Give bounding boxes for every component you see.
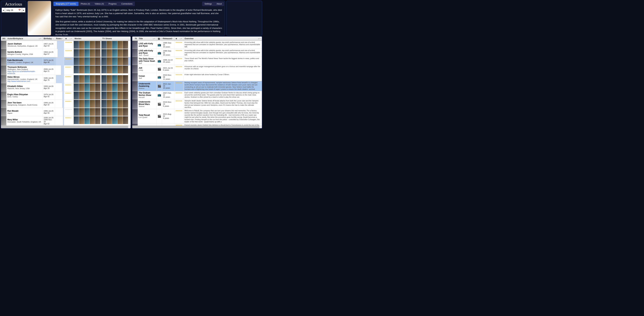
- tv-poster[interactable]: [118, 41, 123, 49]
- movie-poster[interactable]: [90, 108, 95, 116]
- tv-poster[interactable]: [112, 49, 117, 57]
- movie-poster[interactable]: [84, 92, 90, 99]
- movie-poster[interactable]: [90, 41, 95, 49]
- actor-row[interactable]: Jeon Yeo-beenGangneung, Gangwon, South K…: [1, 100, 130, 108]
- movie-poster[interactable]: [79, 58, 84, 65]
- tv-poster[interactable]: [107, 49, 112, 57]
- actor-row[interactable]: Sandra BullockArlington County, Virginia…: [1, 49, 130, 57]
- movie-poster[interactable]: [74, 108, 79, 116]
- movie-poster[interactable]: [84, 66, 90, 73]
- tv-poster[interactable]: [118, 108, 123, 116]
- tv-poster[interactable]: [112, 66, 117, 73]
- col-title[interactable]: Title▲▼: [138, 36, 157, 40]
- movie-poster[interactable]: [84, 100, 90, 108]
- movie-poster[interactable]: [90, 66, 95, 73]
- col-movies[interactable]: Movies: [74, 36, 101, 40]
- movie-poster[interactable]: [90, 100, 95, 108]
- movie-poster[interactable]: [79, 41, 84, 49]
- title-row[interactable]: ConanSelf📺2010-Nov-0811 years★★★★★A late…: [132, 73, 262, 81]
- tv-poster[interactable]: [118, 49, 123, 57]
- tv-poster[interactable]: [102, 58, 106, 65]
- tv-poster[interactable]: [123, 75, 128, 83]
- tv-poster[interactable]: [102, 116, 106, 124]
- tv-poster[interactable]: [123, 49, 128, 57]
- movie-poster[interactable]: [79, 108, 84, 116]
- tab-about[interactable]: About: [214, 2, 224, 6]
- movie-poster[interactable]: [84, 75, 90, 83]
- actor-row[interactable]: Elizabeth GilliesHaworth, New Jersey, US…: [1, 83, 130, 92]
- movie-poster[interactable]: [84, 58, 90, 65]
- movie-poster[interactable]: [74, 116, 79, 124]
- movie-poster[interactable]: [95, 116, 100, 124]
- tv-poster[interactable]: [123, 84, 128, 91]
- movie-poster[interactable]: [90, 49, 95, 57]
- tv-poster[interactable]: [107, 41, 112, 49]
- movie-poster[interactable]: [74, 58, 79, 65]
- title-row[interactable]: LIVE with Kelly and RyanSelf - Guest📺198…: [132, 49, 262, 57]
- col-released[interactable]: Released▼: [162, 36, 174, 40]
- movie-poster[interactable]: [95, 58, 100, 65]
- tv-poster[interactable]: [118, 92, 123, 99]
- title-row[interactable]: LIVE with Kelly and Ryan📺1988-Sep-0533 y…: [132, 41, 262, 49]
- tv-poster[interactable]: [118, 75, 123, 83]
- tab-biography-words-[interactable]: Biography (177 words): [54, 2, 78, 6]
- actor-row[interactable]: Jason StathamShirebrook, Derbyshire, Eng…: [1, 41, 130, 49]
- col-actor[interactable]: Actor/Birthplace▲▼: [6, 36, 43, 40]
- tv-poster[interactable]: [112, 41, 117, 49]
- tv-poster[interactable]: [123, 41, 128, 49]
- col-star[interactable]: ★▲▼: [64, 36, 74, 40]
- title-row[interactable]: Underworld: Blood WarsSelene🎬2016-Nov-24…: [132, 99, 262, 109]
- tab-progress[interactable]: Progress: [106, 2, 119, 6]
- title-row[interactable]: Van HelsingAnna Valerious🎬2004-May-0518 …: [132, 124, 262, 126]
- title-row[interactable]: The Daily Show with Trevor NoahSelf📺1996…: [132, 57, 262, 65]
- tv-poster[interactable]: [123, 58, 128, 65]
- actor-link[interactable]: https://gcm.co.nz/artists/thomasin-mcken…: [8, 70, 42, 74]
- movie-poster[interactable]: [74, 92, 79, 99]
- tv-poster[interactable]: [107, 116, 112, 124]
- tv-poster[interactable]: [102, 100, 106, 108]
- actor-row[interactable]: Thomasin McKenzieWellington, New Zealand…: [1, 66, 130, 75]
- movie-poster[interactable]: [79, 100, 84, 108]
- tv-poster[interactable]: [118, 84, 123, 91]
- tv-poster[interactable]: [123, 116, 128, 124]
- movie-poster[interactable]: [95, 75, 100, 83]
- actors-hscroll[interactable]: [1, 126, 130, 128]
- actor-row[interactable]: Engin Altan DüzyatanIzmir, Turkey1979-Ju…: [1, 92, 130, 100]
- tab-photos-[interactable]: Photos (#): [78, 2, 92, 6]
- tv-poster[interactable]: [112, 58, 117, 65]
- tv-poster[interactable]: [102, 41, 106, 49]
- title-row[interactable]: Total RecallLori Quaid🎬2012-Aug-029 year…: [132, 109, 262, 124]
- date-next-button[interactable]: ▶: [22, 8, 25, 12]
- movie-poster[interactable]: [95, 100, 100, 108]
- tv-poster[interactable]: [107, 75, 112, 83]
- tv-poster[interactable]: [112, 100, 117, 108]
- tv-poster[interactable]: [118, 116, 123, 124]
- actor-row[interactable]: Mary MillarDoncaster, South Yorkshire, E…: [1, 116, 130, 125]
- movie-poster[interactable]: [90, 58, 95, 65]
- tv-poster[interactable]: [123, 108, 128, 116]
- movie-poster[interactable]: [95, 92, 100, 99]
- tv-poster[interactable]: [118, 58, 123, 65]
- col-birthday[interactable]: Birthday▲: [43, 36, 55, 40]
- tv-poster[interactable]: [107, 92, 112, 99]
- tv-poster[interactable]: [112, 75, 117, 83]
- movie-poster[interactable]: [84, 49, 90, 57]
- actor-row[interactable]: Ran MasakiJapan1965-Jul-26Age 56★★★★★: [1, 108, 130, 116]
- movie-poster[interactable]: [79, 92, 84, 99]
- tv-poster[interactable]: [112, 116, 117, 124]
- col-type[interactable]: 🎬▲▼: [157, 36, 162, 40]
- actors-grid-body[interactable]: Jason StathamShirebrook, Derbyshire, Eng…: [1, 41, 130, 126]
- movie-poster[interactable]: [79, 75, 84, 83]
- titles-grid-body[interactable]: LIVE with Kelly and Ryan📺1988-Sep-0533 y…: [132, 41, 262, 126]
- tv-poster[interactable]: [102, 66, 106, 73]
- tv-poster[interactable]: [107, 100, 112, 108]
- movie-poster[interactable]: [74, 49, 79, 57]
- tv-poster[interactable]: [102, 84, 106, 91]
- tv-poster[interactable]: [107, 84, 112, 91]
- actor-link[interactable]: http://www.helenmirren.com: [8, 80, 42, 82]
- movie-poster[interactable]: [90, 92, 95, 99]
- date-input[interactable]: July 26 📅: [5, 8, 22, 12]
- movie-poster[interactable]: [95, 66, 100, 73]
- tv-poster[interactable]: [107, 66, 112, 73]
- tv-poster[interactable]: [123, 66, 128, 73]
